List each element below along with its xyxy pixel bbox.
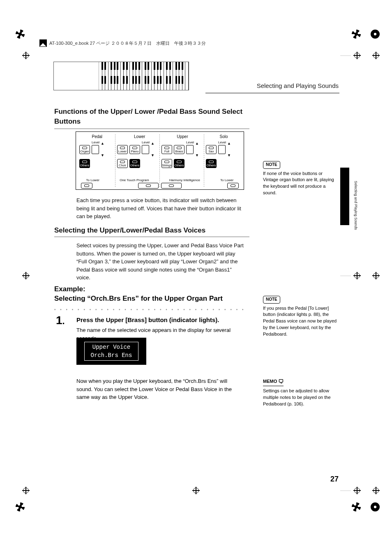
running-head-rule: [205, 93, 339, 93]
level-label: Level: [142, 140, 150, 144]
panel-btn-lower-choir: Choir: [117, 159, 128, 168]
panel-level: [92, 145, 99, 154]
heading-selecting: Selecting the Upper/Lower/Pedal Bass Voi…: [54, 226, 245, 235]
reg-mark: [22, 272, 30, 279]
panel-group-label: Lower: [134, 134, 145, 139]
keyboard-illustration: [53, 62, 189, 90]
lcd-line1: Upper Voice: [92, 344, 130, 350]
panel-diagram: Pedal Lower Upper Solo Organ Level ▲▼ Ot…: [76, 131, 244, 190]
panel-btn-upper-others: Others: [174, 159, 184, 168]
reg-mark: [340, 487, 361, 494]
print-header: AT-100-300_e.book 27 ページ ２００８年５月７日 水曜日 午…: [39, 39, 206, 47]
panel-btn-solo-others: Others: [206, 159, 217, 168]
level-label: Level: [186, 140, 194, 144]
side-thumb-tab: [340, 168, 349, 225]
sidenote-memo: MEMO🗨 Settings can be adjusted to allow …: [263, 378, 337, 408]
panel-btn-lower-piano: Piano: [129, 145, 140, 154]
selecting-paragraph: Select voices by pressing the Upper, Low…: [76, 242, 244, 282]
panel-btn-lower-others: Others: [129, 159, 140, 168]
panel-btn-upper-strings: Strings: [161, 159, 172, 168]
panel-btn-solo-sax: Sax: [206, 145, 217, 154]
panel-group-label: Pedal: [92, 134, 102, 139]
reg-mark: [340, 52, 361, 59]
crop-mark-tl: [16, 30, 25, 39]
panel-group-label: Solo: [219, 134, 228, 139]
panel-bottom-label: To Lower: [86, 178, 99, 182]
panel-bottom-label: Harmony Intelligence: [169, 178, 200, 182]
step-number: 1.: [56, 314, 65, 327]
panel-level: [218, 145, 226, 154]
heading-functions: Functions of the Upper/ Lower /Pedal Bas…: [54, 107, 245, 127]
reg-mark: [22, 52, 30, 59]
lcd-display: Upper Voice Orch.Brs Ens: [76, 338, 146, 365]
panel-level: [186, 145, 194, 154]
crop-mark-br: [352, 502, 361, 511]
panel-btn-upper-full: Full: [161, 145, 172, 154]
speech-bubble-icon: 🗨: [278, 378, 284, 386]
reg-mark: [372, 487, 380, 494]
sidenote-text: Settings can be adjusted to allow multip…: [263, 388, 337, 408]
example-heading: Example: Selecting “Orch.Brs Ens” for th…: [54, 285, 246, 304]
print-header-text: AT-100-300_e.book 27 ページ ２００８年５月７日 水曜日 午…: [49, 40, 206, 46]
book-icon: [39, 39, 47, 47]
example-line2: Selecting “Orch.Brs Ens” for the Upper O…: [54, 294, 246, 304]
level-arrows-icon: ▲▼: [151, 142, 156, 157]
panel-group-label: Upper: [177, 134, 188, 139]
panel-btn-pedal-organ: Organ: [79, 145, 90, 154]
level-arrows-icon: ▲▼: [195, 142, 200, 157]
panel-wide-btn: [81, 183, 92, 189]
kb-keys-lower: [99, 76, 189, 90]
crop-mark-tr: [352, 30, 361, 39]
note-tag: NOTE: [263, 161, 280, 169]
crop-mark-bl: [16, 502, 25, 511]
panel-btn-upper-brass: Brass: [174, 145, 184, 154]
panel-wide-btn: [138, 183, 159, 189]
page-number: 27: [330, 475, 339, 484]
running-head: Selecting and Playing Sounds: [257, 82, 339, 89]
reg-mark: [372, 52, 380, 59]
kb-keys-upper: [99, 62, 189, 76]
sidenote-2: NOTE If you press the Pedal [To Lower] b…: [263, 296, 337, 338]
panel-bottom-label: One Touch Program: [120, 178, 149, 182]
note-tag: NOTE: [263, 296, 280, 304]
reg-mark: [192, 487, 200, 494]
reg-mark: [340, 272, 361, 279]
level-arrows-icon: ▲▼: [101, 142, 106, 157]
panel-bottom-label: To Lower: [220, 178, 233, 182]
sidenote-text: If none of the voice buttons or Vintage …: [263, 170, 337, 197]
panel-wide-btn: [227, 183, 239, 189]
panel-level: [142, 145, 149, 154]
dotted-rule: • • • • • • • • • • • • • • • • • • • • …: [54, 307, 246, 312]
level-label: Level: [92, 140, 99, 144]
example-line1: Example:: [54, 285, 246, 294]
reg-mark: [372, 272, 380, 279]
functions-paragraph: Each time you press a voice button, its …: [76, 196, 244, 221]
panel-wide-btn: [161, 183, 182, 189]
memo-tag: MEMO🗨: [263, 378, 284, 386]
crop-mark-tr-outer: [371, 30, 380, 39]
level-label: Level: [218, 140, 226, 144]
side-tab-label: Selecting and Playing Sounds: [352, 181, 358, 230]
reg-mark: [22, 487, 30, 494]
step-title: Press the Upper [Brass] button (indicato…: [76, 316, 219, 323]
sidenote-text: If you press the Pedal [To Lower] button…: [263, 305, 337, 338]
sidenote-1: NOTE If none of the voice buttons or Vin…: [263, 161, 337, 196]
crop-mark-br-outer: [371, 502, 380, 511]
level-arrows-icon: ▲▼: [227, 142, 232, 157]
step-after-paragraph: Now when you play the Upper keyboard, th…: [76, 377, 244, 401]
panel-btn-lower-lower: Lower: [117, 145, 128, 154]
panel-btn-pedal-others: Others: [79, 159, 90, 168]
lcd-line2: Orch.Brs Ens: [91, 352, 132, 359]
kb-panel-upper: [54, 62, 99, 76]
kb-panel-lower: [54, 76, 99, 90]
